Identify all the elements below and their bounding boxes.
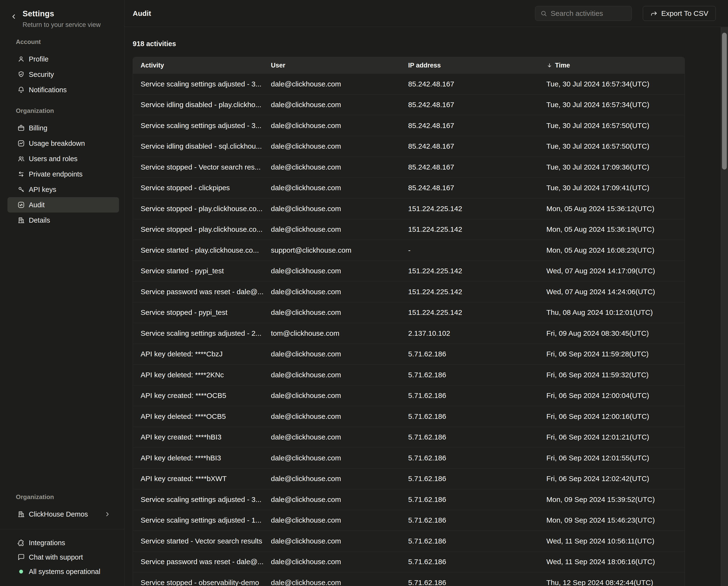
column-header-user[interactable]: User bbox=[271, 62, 408, 69]
cell-user: dale@clickhouse.com bbox=[271, 184, 408, 192]
table-row: Service stopped - clickpipesdale@clickho… bbox=[133, 177, 684, 198]
table-row: Service idling disabled - sql.clickhou..… bbox=[133, 136, 684, 157]
sidebar-item-clickhouse-demos[interactable]: ClickHouse Demos bbox=[7, 507, 119, 522]
sidebar-item-billing[interactable]: Billing bbox=[7, 120, 119, 136]
sidebar-item-private-endpoints[interactable]: Private endpoints bbox=[7, 166, 119, 182]
cell-activity: API key created: ****bXWT bbox=[133, 474, 271, 483]
sidebar-item-label: Billing bbox=[29, 124, 47, 132]
column-header-activity[interactable]: Activity bbox=[133, 62, 271, 69]
cell-activity: API key created: ****hBI3 bbox=[133, 433, 271, 441]
search-input[interactable] bbox=[551, 9, 627, 18]
scrollbar[interactable] bbox=[721, 27, 728, 586]
sidebar-item-audit[interactable]: Audit bbox=[7, 197, 119, 213]
status-dot bbox=[19, 570, 23, 573]
cell-user: dale@clickhouse.com bbox=[271, 579, 408, 586]
cell-user: dale@clickhouse.com bbox=[271, 350, 408, 358]
cell-user: dale@clickhouse.com bbox=[271, 142, 408, 150]
section-label: Account bbox=[0, 38, 124, 46]
sidebar-item-label: Profile bbox=[29, 55, 49, 63]
settings-subtitle: Return to your service view bbox=[23, 21, 101, 29]
cell-activity: Service stopped - play.clickhouse.co... bbox=[133, 225, 271, 234]
building-icon bbox=[17, 510, 25, 518]
cell-activity: Service scaling settings adjusted - 2... bbox=[133, 329, 271, 337]
table-row: Service stopped - play.clickhouse.co...d… bbox=[133, 198, 684, 219]
cell-time: Fri, 06 Sep 2024 12:00:04(UTC) bbox=[546, 391, 684, 400]
cell-time: Thu, 12 Sep 2024 08:42:44(UTC) bbox=[546, 579, 684, 586]
users-icon bbox=[17, 155, 25, 163]
user-icon bbox=[17, 55, 25, 63]
swap-icon bbox=[17, 170, 25, 178]
cell-activity: Service stopped - clickpipes bbox=[133, 184, 271, 192]
sidebar-item-users-and-roles[interactable]: Users and roles bbox=[7, 151, 119, 166]
audit-table: Activity User IP address Time Service sc… bbox=[133, 57, 685, 586]
cell-ip: 5.71.62.186 bbox=[408, 391, 546, 400]
cell-user: tom@clickhouse.com bbox=[271, 329, 408, 337]
cell-ip: 5.71.62.186 bbox=[408, 433, 546, 441]
cell-ip: 5.71.62.186 bbox=[408, 495, 546, 504]
sidebar-item-label: Chat with support bbox=[29, 553, 83, 561]
cell-activity: Service password was reset - dale@... bbox=[133, 558, 271, 566]
sidebar-item-chat-with-support[interactable]: Chat with support bbox=[0, 550, 124, 564]
cell-activity: Service scaling settings adjusted - 3... bbox=[133, 80, 271, 88]
export-csv-button[interactable]: Export To CSV bbox=[643, 6, 716, 21]
cell-ip: 151.224.225.142 bbox=[408, 225, 546, 234]
table-row: API key created: ****hBI3dale@clickhouse… bbox=[133, 427, 684, 448]
sidebar-item-label: Integrations bbox=[29, 539, 65, 547]
sidebar-item-details[interactable]: Details bbox=[7, 213, 119, 228]
table-row: Service stopped - play.clickhouse.co...d… bbox=[133, 219, 684, 240]
cell-ip: 5.71.62.186 bbox=[408, 474, 546, 483]
cell-time: Mon, 05 Aug 2024 15:36:19(UTC) bbox=[546, 225, 684, 234]
chevron-right-icon bbox=[104, 511, 110, 517]
sidebar-org-switcher: Organization ClickHouse Demos bbox=[0, 493, 124, 522]
cell-time: Fri, 09 Aug 2024 08:30:45(UTC) bbox=[546, 329, 684, 337]
cell-ip: 85.242.48.167 bbox=[408, 142, 546, 150]
cell-ip: 5.71.62.186 bbox=[408, 371, 546, 379]
activity-icon bbox=[17, 201, 25, 209]
cell-user: support@clickhouse.com bbox=[271, 246, 408, 254]
cell-user: dale@clickhouse.com bbox=[271, 80, 408, 88]
table-header-row: Activity User IP address Time bbox=[133, 57, 684, 73]
table-row: Service stopped - pypi_testdale@clickhou… bbox=[133, 302, 684, 323]
cell-ip: 151.224.225.142 bbox=[408, 204, 546, 213]
cell-activity: API key deleted: ****2KNc bbox=[133, 371, 271, 379]
cell-user: dale@clickhouse.com bbox=[271, 537, 408, 545]
sidebar-item-label: Audit bbox=[29, 201, 45, 209]
sidebar-item-security[interactable]: Security bbox=[7, 67, 119, 82]
sidebar-section-account: AccountProfileSecurityNotifications bbox=[0, 38, 124, 98]
search-icon bbox=[540, 10, 547, 17]
cell-time: Mon, 05 Aug 2024 16:08:23(UTC) bbox=[546, 246, 684, 254]
sidebar-item-label: Details bbox=[29, 216, 50, 224]
cell-ip: 5.71.62.186 bbox=[408, 454, 546, 462]
cell-activity: API key created: ****OCB5 bbox=[133, 391, 271, 400]
cell-ip: 85.242.48.167 bbox=[408, 101, 546, 109]
sidebar-item-api-keys[interactable]: API keys bbox=[7, 182, 119, 197]
sidebar-item-profile[interactable]: Profile bbox=[7, 51, 119, 67]
cell-activity: Service password was reset - dale@... bbox=[133, 288, 271, 296]
sidebar-header: Settings Return to your service view bbox=[0, 9, 124, 29]
back-button[interactable] bbox=[10, 13, 17, 20]
table-row: API key created: ****bXWTdale@clickhouse… bbox=[133, 468, 684, 489]
chat-icon bbox=[17, 553, 25, 561]
sidebar-item-notifications[interactable]: Notifications bbox=[7, 82, 119, 98]
sidebar-item-all-systems-operational[interactable]: All systems operational bbox=[0, 564, 124, 579]
table-row: Service password was reset - dale@...dal… bbox=[133, 281, 684, 302]
scrollbar-thumb[interactable] bbox=[722, 33, 727, 170]
table-row: Service scaling settings adjusted - 2...… bbox=[133, 323, 684, 344]
sidebar-item-label: ClickHouse Demos bbox=[29, 510, 88, 518]
sidebar-item-integrations[interactable]: Integrations bbox=[0, 536, 124, 550]
cell-time: Tue, 30 Jul 2024 16:57:50(UTC) bbox=[546, 122, 684, 130]
cell-ip: 2.137.10.102 bbox=[408, 329, 546, 337]
cell-activity: Service stopped - play.clickhouse.co... bbox=[133, 204, 271, 213]
column-header-time[interactable]: Time bbox=[546, 62, 684, 69]
sidebar-item-usage-breakdown[interactable]: Usage breakdown bbox=[7, 136, 119, 151]
cell-activity: API key deleted: ****CbzJ bbox=[133, 350, 271, 358]
section-label: Organization bbox=[0, 107, 124, 115]
table-body: Service scaling settings adjusted - 3...… bbox=[133, 73, 684, 586]
cell-user: dale@clickhouse.com bbox=[271, 371, 408, 379]
column-header-ip[interactable]: IP address bbox=[408, 62, 546, 69]
building-icon bbox=[17, 216, 25, 224]
cell-time: Fri, 06 Sep 2024 12:01:21(UTC) bbox=[546, 433, 684, 441]
cell-activity: Service started - Vector search results bbox=[133, 537, 271, 545]
settings-title: Settings bbox=[23, 9, 101, 18]
bell-icon bbox=[17, 86, 25, 94]
